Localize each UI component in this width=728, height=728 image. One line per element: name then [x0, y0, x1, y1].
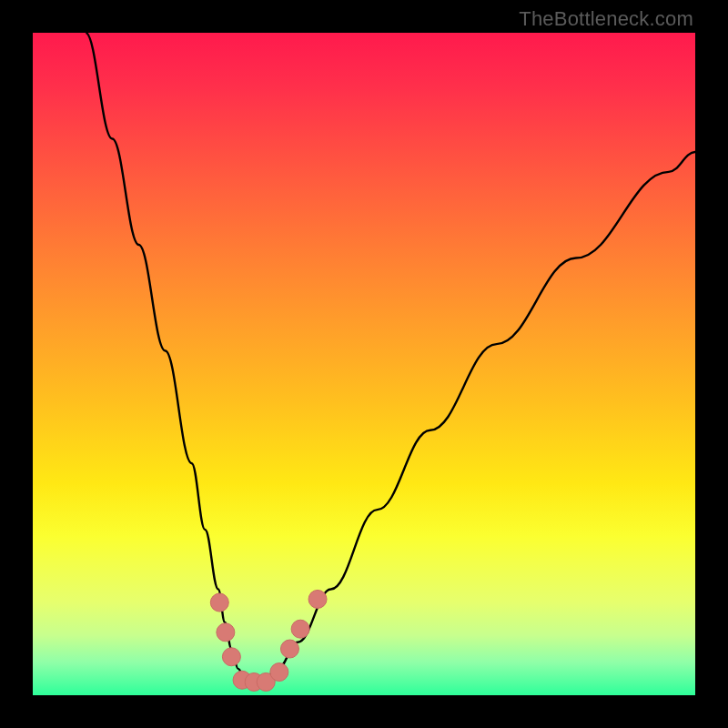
bottleneck-curve — [86, 33, 695, 682]
data-marker — [210, 593, 228, 612]
plot-area — [33, 33, 695, 695]
chart-svg — [33, 33, 695, 695]
chart-frame: TheBottleneck.com — [0, 0, 728, 728]
data-marker — [270, 663, 288, 682]
data-marker — [217, 623, 235, 642]
data-marker — [291, 620, 309, 638]
data-marker — [308, 590, 327, 608]
data-marker — [222, 648, 240, 666]
data-marker — [280, 640, 298, 658]
attribution-text: TheBottleneck.com — [519, 7, 693, 31]
